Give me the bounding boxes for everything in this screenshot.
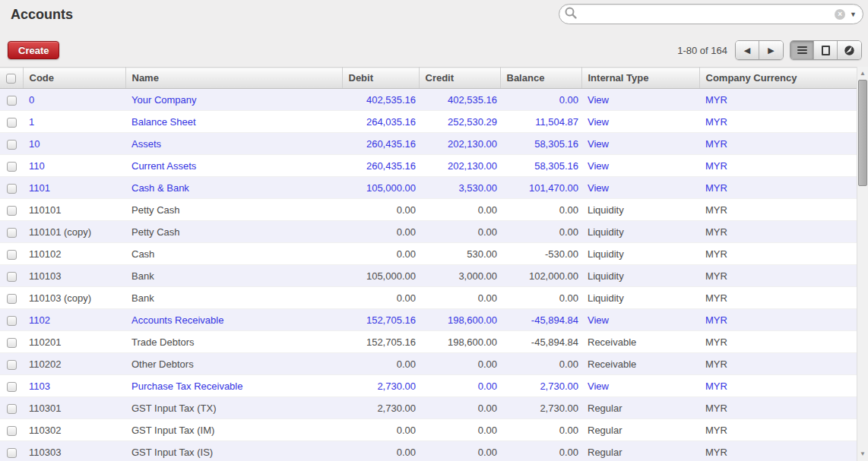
cell-internal-type[interactable]: View (581, 133, 699, 155)
cell-company-currency[interactable]: MYR (699, 441, 857, 461)
cell-internal-type[interactable]: Liquidity (581, 221, 699, 243)
cell-name[interactable]: Bank (125, 265, 342, 287)
cell-company-currency[interactable]: MYR (699, 221, 857, 243)
cell-company-currency[interactable]: MYR (699, 353, 857, 375)
table-row[interactable]: 110303 GST Input Tax (IS) 0.00 0.00 0.00… (0, 441, 857, 461)
table-row[interactable]: 1103 Purchase Tax Receivable 2,730.00 0.… (0, 375, 857, 397)
pager-prev-button[interactable]: ◀ (736, 41, 759, 59)
table-row[interactable]: 110103 (copy) Bank 0.00 0.00 0.00 Liquid… (0, 287, 857, 309)
cell-credit[interactable]: 402,535.16 (419, 89, 500, 111)
cell-balance[interactable]: -45,894.84 (500, 331, 581, 353)
row-checkbox[interactable] (7, 140, 17, 150)
cell-balance[interactable]: 0.00 (500, 419, 581, 441)
row-checkbox[interactable] (7, 118, 17, 128)
cell-company-currency[interactable]: MYR (699, 375, 857, 397)
table-row[interactable]: 110202 Other Debtors 0.00 0.00 0.00 Rece… (0, 353, 857, 375)
cell-name[interactable]: Petty Cash (125, 199, 342, 221)
cell-company-currency[interactable]: MYR (699, 199, 857, 221)
cell-balance[interactable]: 0.00 (500, 199, 581, 221)
cell-internal-type[interactable]: Receivable (581, 331, 699, 353)
cell-name[interactable]: Accounts Receivable (125, 309, 342, 331)
cell-balance[interactable]: 0.00 (500, 441, 581, 461)
cell-debit[interactable]: 0.00 (342, 221, 419, 243)
cell-balance[interactable]: 11,504.87 (500, 111, 581, 133)
cell-balance[interactable]: 0.00 (500, 287, 581, 309)
cell-credit[interactable]: 0.00 (419, 221, 500, 243)
table-row[interactable]: 1 Balance Sheet 264,035.16 252,530.29 11… (0, 111, 857, 133)
cell-code[interactable]: 1101 (23, 177, 125, 199)
cell-balance[interactable]: 58,305.16 (500, 133, 581, 155)
table-row[interactable]: 110101 (copy) Petty Cash 0.00 0.00 0.00 … (0, 221, 857, 243)
search-input[interactable] (581, 7, 835, 22)
column-header-internal-type[interactable]: Internal Type (581, 68, 699, 89)
cell-credit[interactable]: 0.00 (419, 287, 500, 309)
column-header-company-currency[interactable]: Company Currency (699, 68, 857, 89)
create-button[interactable]: Create (8, 41, 59, 59)
cell-company-currency[interactable]: MYR (699, 133, 857, 155)
cell-credit[interactable]: 0.00 (419, 199, 500, 221)
row-checkbox[interactable] (7, 316, 17, 326)
cell-name[interactable]: Bank (125, 287, 342, 309)
cell-debit[interactable]: 0.00 (342, 243, 419, 265)
cell-credit[interactable]: 0.00 (419, 353, 500, 375)
table-row[interactable]: 110101 Petty Cash 0.00 0.00 0.00 Liquidi… (0, 199, 857, 221)
cell-internal-type[interactable]: Regular (581, 441, 699, 461)
cell-company-currency[interactable]: MYR (699, 243, 857, 265)
cell-code[interactable]: 110301 (23, 397, 125, 419)
cell-balance[interactable]: 0.00 (500, 89, 581, 111)
cell-debit[interactable]: 105,000.00 (342, 177, 419, 199)
row-checkbox[interactable] (7, 338, 17, 348)
row-checkbox[interactable] (7, 184, 17, 194)
row-checkbox[interactable] (7, 162, 17, 172)
cell-code[interactable]: 110101 (copy) (23, 221, 125, 243)
cell-code[interactable]: 1102 (23, 309, 125, 331)
cell-name[interactable]: Purchase Tax Receivable (125, 375, 342, 397)
row-checkbox[interactable] (7, 294, 17, 304)
cell-credit[interactable]: 0.00 (419, 419, 500, 441)
cell-credit[interactable]: 202,130.00 (419, 155, 500, 177)
cell-balance[interactable]: -45,894.84 (500, 309, 581, 331)
cell-debit[interactable]: 260,435.16 (342, 155, 419, 177)
cell-balance[interactable]: 58,305.16 (500, 155, 581, 177)
row-checkbox[interactable] (7, 448, 17, 458)
row-checkbox[interactable] (7, 382, 17, 392)
table-row[interactable]: 110201 Trade Debtors 152,705.16 198,600.… (0, 331, 857, 353)
cell-company-currency[interactable]: MYR (699, 155, 857, 177)
cell-company-currency[interactable]: MYR (699, 111, 857, 133)
cell-code[interactable]: 110302 (23, 419, 125, 441)
cell-debit[interactable]: 0.00 (342, 441, 419, 461)
cell-name[interactable]: Cash & Bank (125, 177, 342, 199)
table-row[interactable]: 110102 Cash 0.00 530.00 -530.00 Liquidit… (0, 243, 857, 265)
cell-code[interactable]: 110201 (23, 331, 125, 353)
cell-name[interactable]: GST Input Tax (TX) (125, 397, 342, 419)
table-row[interactable]: 0 Your Company 402,535.16 402,535.16 0.0… (0, 89, 857, 111)
cell-code[interactable]: 110101 (23, 199, 125, 221)
cell-credit[interactable]: 3,530.00 (419, 177, 500, 199)
cell-internal-type[interactable]: Receivable (581, 353, 699, 375)
cell-internal-type[interactable]: Liquidity (581, 287, 699, 309)
cell-balance[interactable]: 102,000.00 (500, 265, 581, 287)
cell-internal-type[interactable]: View (581, 111, 699, 133)
cell-code[interactable]: 0 (23, 89, 125, 111)
cell-balance[interactable]: 2,730.00 (500, 375, 581, 397)
vertical-scrollbar[interactable]: ▲ ▼ (857, 67, 868, 461)
row-checkbox[interactable] (7, 206, 17, 216)
cell-credit[interactable]: 0.00 (419, 375, 500, 397)
row-checkbox[interactable] (7, 228, 17, 238)
cell-company-currency[interactable]: MYR (699, 397, 857, 419)
row-checkbox[interactable] (7, 96, 17, 106)
cell-code[interactable]: 10 (23, 133, 125, 155)
cell-internal-type[interactable]: Regular (581, 397, 699, 419)
scroll-down-icon[interactable]: ▼ (857, 449, 868, 459)
cell-company-currency[interactable]: MYR (699, 287, 857, 309)
cell-internal-type[interactable]: View (581, 375, 699, 397)
cell-code[interactable]: 110103 (copy) (23, 287, 125, 309)
cell-balance[interactable]: 0.00 (500, 221, 581, 243)
row-checkbox[interactable] (7, 404, 17, 414)
cell-debit[interactable]: 152,705.16 (342, 331, 419, 353)
cell-credit[interactable]: 198,600.00 (419, 331, 500, 353)
cell-code[interactable]: 110 (23, 155, 125, 177)
table-row[interactable]: 1102 Accounts Receivable 152,705.16 198,… (0, 309, 857, 331)
scroll-up-icon[interactable]: ▲ (857, 68, 868, 79)
table-row[interactable]: 110 Current Assets 260,435.16 202,130.00… (0, 155, 857, 177)
